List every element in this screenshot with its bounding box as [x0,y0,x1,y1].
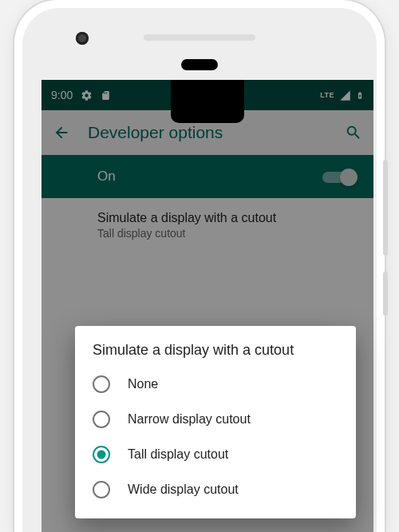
radio-icon [93,411,110,428]
option-label: Wide display cutout [128,482,239,497]
option-label: Narrow display cutout [128,412,251,427]
dialog-title: Simulate a display with a cutout [75,342,356,367]
option-label: None [128,377,158,391]
radio-icon [93,375,110,393]
option-wide[interactable]: Wide display cutout [75,472,356,507]
proximity-sensor [181,59,218,70]
display-notch [171,80,244,123]
option-tall[interactable]: Tall display cutout [75,437,356,472]
option-label: Tall display cutout [128,447,228,462]
option-none[interactable]: None [75,367,356,402]
radio-icon [93,446,110,463]
earpiece-speaker [144,34,255,41]
front-camera [76,32,89,45]
option-narrow[interactable]: Narrow display cutout [75,402,356,437]
cutout-dialog: Simulate a display with a cutout None Na… [75,326,356,518]
radio-icon [93,481,110,498]
power-button [383,272,388,316]
volume-rocker [383,160,388,256]
